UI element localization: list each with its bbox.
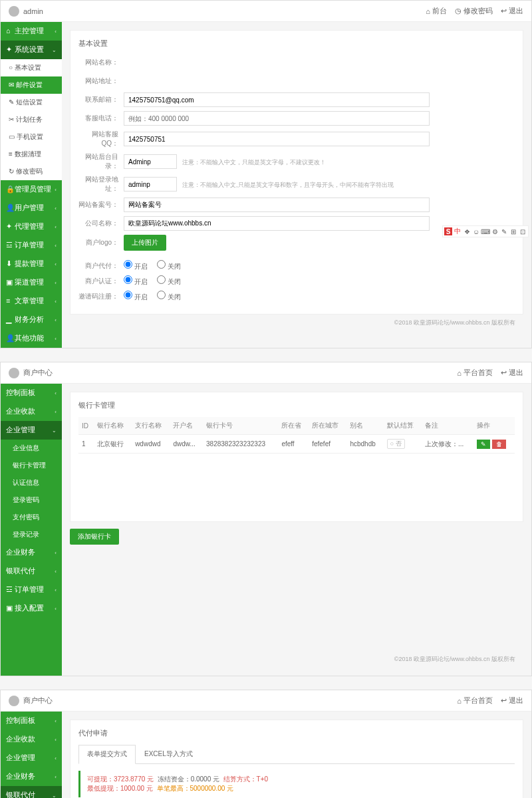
col-prov: 所在省 (278, 417, 309, 435)
radio-invite-close[interactable]: 关闭 (157, 293, 181, 301)
input-qq[interactable] (124, 132, 430, 146)
sub-login-log[interactable]: 登录记录 (1, 526, 62, 543)
link-logout[interactable]: ↩退出 (501, 696, 523, 706)
sidebar-item-enterprise[interactable]: 企业管理⌄ (1, 421, 62, 440)
chevron-left-icon: ‹ (55, 280, 57, 286)
sidebar-item-collection[interactable]: 企业收款‹ (1, 730, 62, 749)
input-email[interactable] (124, 92, 430, 107)
sidebar-item-admin[interactable]: 🔒 管理员管理‹ (1, 180, 62, 199)
radio-cert-close[interactable]: 关闭 (157, 278, 181, 285)
tab-form[interactable]: 表单提交方式 (78, 745, 136, 764)
delete-button[interactable]: 🗑 (492, 440, 506, 449)
label-qq: 网站客服QQ： (78, 130, 124, 148)
bankcard-table: ID 银行名称 支行名称 开户名 银行卡号 所在省 所在城市 别名 默认结算 备… (78, 417, 515, 454)
chevron-left-icon: ‹ (55, 317, 57, 323)
tab-excel[interactable]: EXCEL导入方式 (136, 745, 201, 763)
sidebar-item-system[interactable]: ✦ 系统设置⌄ (1, 41, 62, 59)
radio-pay-close[interactable]: 关闭 (157, 263, 181, 270)
hint-admin-dir: 注意：不能输入中文，只能是英文字母，不建议更改！ (182, 159, 326, 166)
ime-icon-7[interactable]: ✎ (500, 227, 508, 235)
sidebar-item-finance[interactable]: 企业财务‹ (1, 543, 62, 562)
chevron-left-icon: ‹ (55, 550, 57, 556)
sub-data-clean[interactable]: ≡ 数据清理 (1, 146, 62, 163)
home-icon: ⌂ (426, 7, 430, 15)
ime-s-icon[interactable]: S (444, 227, 452, 235)
chevron-left-icon: ‹ (55, 299, 57, 305)
sub-sms-settings[interactable]: ✎ 短信设置 (1, 94, 62, 111)
sidebar-item-access[interactable]: ▣ 接入配置‹ (1, 599, 62, 618)
footer-copyright: ©2018 欧皇源码论坛/www.ohbbs.cn 版权所有 (70, 315, 523, 331)
radio-invite-open[interactable]: 开启 (124, 293, 148, 301)
link-change-pwd[interactable]: ◷修改密码 (455, 6, 493, 16)
radio-cert-open[interactable]: 开启 (124, 278, 148, 285)
sidebar-item-withdraw[interactable]: ⬇ 提款管理‹ (1, 255, 62, 273)
sub-basic-settings[interactable]: ○ 基本设置 (1, 59, 62, 76)
sub-pay-pwd[interactable]: 支付密码 (1, 509, 62, 526)
ime-icon-3[interactable]: ❖ (463, 227, 471, 235)
ime-lang-icon[interactable]: 中 (454, 227, 462, 235)
sub-change-pwd[interactable]: ↻ 修改密码 (1, 163, 62, 180)
balance-notice: 可提现：3723.8770 元 冻结资金：0.0000 元 结算方式：T+0 最… (78, 771, 515, 797)
sidebar-item-order[interactable]: ☲ 订单管理‹ (1, 236, 62, 255)
link-frontend[interactable]: ⌂前台 (426, 6, 447, 16)
ime-icon-5[interactable]: ⌨ (481, 227, 489, 235)
ime-icon-9[interactable]: ⊡ (519, 227, 527, 235)
sidebar-item-dashboard[interactable]: ⌂ 主控管理‹ (1, 22, 62, 41)
ime-icon-6[interactable]: ⚙ (491, 227, 499, 235)
cell-bank: 北京银行 (94, 435, 132, 454)
ime-icon-4[interactable]: ☺ (472, 227, 480, 235)
sub-enterprise-info[interactable]: 企业信息 (1, 440, 62, 457)
chevron-left-icon: ‹ (55, 737, 57, 743)
link-logout[interactable]: ↩退出 (501, 368, 523, 378)
input-admin-dir[interactable] (124, 154, 177, 169)
input-beian[interactable] (124, 198, 430, 212)
col-default: 默认结算 (384, 417, 422, 435)
edit-button[interactable]: ✎ (477, 440, 490, 449)
input-phone[interactable] (124, 111, 430, 126)
sidebar-item-other[interactable]: 👤 其他功能‹ (1, 329, 62, 348)
default-badge[interactable]: ○ 否 (387, 439, 405, 449)
link-logout[interactable]: ↩退出 (501, 6, 523, 16)
username: 商户中心 (23, 696, 53, 706)
add-bankcard-button[interactable]: 添加银行卡 (70, 529, 119, 545)
chevron-left-icon: ‹ (55, 187, 57, 193)
chevron-left-icon: ‹ (55, 29, 57, 35)
list-icon: ☲ (6, 241, 13, 249)
money-icon: ⬇ (6, 259, 13, 267)
sub-mail-settings[interactable]: ✉ 邮件设置 (1, 76, 62, 94)
input-login-url[interactable] (124, 177, 177, 192)
sidebar-item-enterprise[interactable]: 企业管理‹ (1, 749, 62, 767)
sub-mobile[interactable]: ▭ 手机设置 (1, 128, 62, 146)
input-company[interactable] (124, 216, 430, 231)
sidebar-item-article[interactable]: ≡ 文章管理‹ (1, 292, 62, 311)
sidebar-item-finance[interactable]: ▁ 财务分析‹ (1, 311, 62, 329)
input-site-name[interactable] (124, 55, 430, 70)
link-platform-home[interactable]: ⌂平台首页 (457, 696, 493, 706)
chevron-down-icon: ⌄ (52, 47, 57, 53)
sidebar-item-finance[interactable]: 企业财务‹ (1, 767, 62, 786)
link-platform-home[interactable]: ⌂平台首页 (457, 368, 493, 378)
sidebar-item-collection[interactable]: 企业收款‹ (1, 402, 62, 421)
settings-panel: 基本设置 网站名称： 网站地址： 联系邮箱： 客服电话： 网站客服QQ： 网站后… (70, 30, 523, 315)
sub-login-pwd[interactable]: 登录密码 (1, 491, 62, 509)
sub-bankcard[interactable]: 银行卡管理 (1, 457, 62, 474)
logout-icon: ↩ (501, 696, 507, 705)
ime-toolbar[interactable]: S 中 ❖ ☺ ⌨ ⚙ ✎ ⊞ ⊡ (442, 225, 529, 237)
sub-cert-info[interactable]: 认证信息 (1, 474, 62, 491)
sidebar-item-unionpay[interactable]: 银联代付‹ (1, 562, 62, 581)
col-bank: 银行名称 (94, 417, 132, 435)
upload-logo-button[interactable]: 上传图片 (124, 235, 166, 251)
ime-icon-8[interactable]: ⊞ (509, 227, 517, 235)
cell-remark: 上次修改：... (422, 435, 473, 454)
sidebar-item-dashboard[interactable]: 控制面板‹ (1, 712, 62, 730)
input-site-url[interactable] (124, 74, 430, 88)
sidebar-item-channel[interactable]: ▣ 渠道管理‹ (1, 273, 62, 292)
radio-pay-open[interactable]: 开启 (124, 263, 148, 270)
sub-cron[interactable]: ✂ 计划任务 (1, 111, 62, 128)
sidebar-item-agent[interactable]: ✦ 代理管理‹ (1, 217, 62, 236)
sidebar-item-order[interactable]: ☲ 订单管理‹ (1, 581, 62, 599)
sidebar-item-user[interactable]: 👤 用户管理‹ (1, 199, 62, 217)
sidebar-item-dashboard[interactable]: 控制面板‹ (1, 384, 62, 402)
sidebar-item-unionpay[interactable]: 银联代付⌄ (1, 786, 62, 798)
table-header-row: ID 银行名称 支行名称 开户名 银行卡号 所在省 所在城市 别名 默认结算 备… (78, 417, 515, 435)
